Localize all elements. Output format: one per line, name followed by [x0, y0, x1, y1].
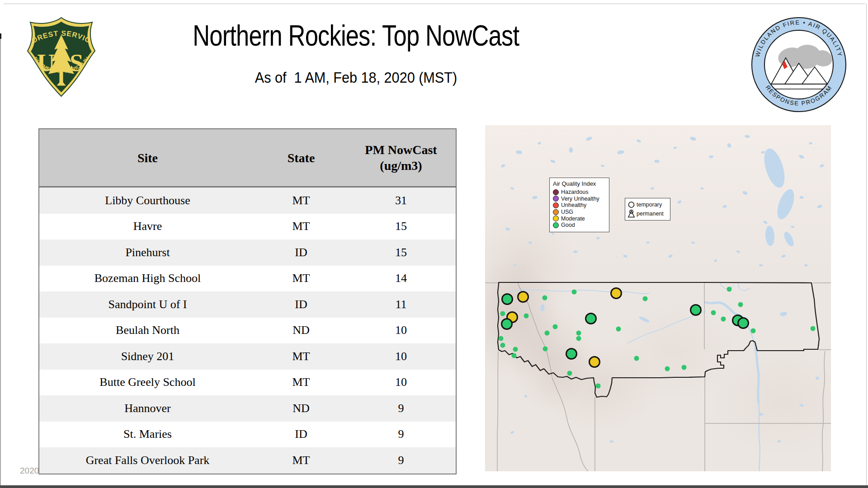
permanent-monitor-marker — [616, 327, 621, 332]
temporary-label: temporary — [637, 202, 662, 208]
cell: 11 — [346, 291, 456, 318]
cell: MT — [256, 214, 346, 240]
cell: 14 — [346, 266, 456, 292]
permanent-monitor-marker — [727, 287, 732, 292]
cell: 10 — [346, 318, 456, 344]
cell: Pinehurst — [39, 239, 256, 266]
aqi-legend-item: Good — [553, 222, 606, 229]
table-row: Butte Greely SchoolMT10 — [39, 370, 456, 396]
report-page: FOREST SERVICE U S DEPARTMENT OF AGRICUL… — [0, 0, 868, 488]
col-header-site: Site — [39, 129, 256, 187]
permanent-monitor-icon — [627, 210, 635, 218]
permanent-monitor-marker — [721, 317, 726, 322]
table-row: St. MariesID9 — [39, 422, 456, 448]
table-row: Sandpoint U of IID11 — [39, 291, 456, 318]
cell: ID — [256, 239, 346, 266]
permanent-monitor-marker — [524, 314, 529, 319]
cell: MT — [256, 370, 346, 396]
cell: 31 — [346, 187, 456, 214]
aqi-color-dot — [553, 222, 559, 228]
cell: Butte Greely School — [39, 370, 256, 396]
wfaqrp-logo: WILDLAND FIRE • AIR QUALITY RESPONSE PRO… — [750, 16, 847, 113]
table-row: Sidney 201MT10 — [39, 343, 456, 370]
permanent-monitor-marker — [596, 384, 601, 389]
permanent-monitor-marker — [572, 290, 577, 295]
temporary-monitor-marker — [690, 304, 702, 316]
aqi-label: Very Unhealthy — [561, 196, 599, 202]
left-edge-line — [0, 39, 1, 488]
aqi-label: Unhealthy — [561, 202, 586, 208]
page-title: Northern Rockies: Top NowCast — [0, 19, 712, 52]
temporary-monitor-marker — [585, 313, 597, 324]
table-row: Great Falls Overlook ParkMT9 — [39, 447, 456, 474]
window-right-edge — [866, 4, 867, 485]
temporary-monitor-marker — [566, 348, 577, 360]
permanent-monitor-marker — [499, 336, 504, 341]
cell: 15 — [346, 239, 456, 266]
cell: 15 — [346, 214, 456, 240]
permanent-monitor-marker — [682, 365, 687, 370]
cell: ID — [256, 422, 346, 448]
permanent-monitor-marker — [553, 324, 558, 329]
table-row: Libby CourthouseMT31 — [39, 187, 456, 214]
aqi-label: Moderate — [561, 216, 585, 222]
temporary-monitor-marker — [737, 317, 749, 329]
col-header-pm-nowcast: PM NowCast (ug/m3) — [346, 129, 456, 187]
cell: Great Falls Overlook Park — [39, 447, 256, 474]
page-subtitle: As of 1 AM, Feb 18, 2020 (MST) — [0, 69, 712, 86]
basemap — [485, 125, 831, 471]
cell: ID — [256, 291, 346, 318]
cell: ND — [256, 395, 346, 422]
permanent-label: permanent — [637, 211, 664, 217]
window-top-edge — [4, 4, 865, 4]
cell: Libby Courthouse — [39, 187, 256, 214]
permanent-monitor-marker — [512, 353, 517, 358]
state-borders-gray — [485, 282, 831, 471]
cell: Sidney 201 — [39, 343, 256, 370]
permanent-monitor-marker — [711, 310, 716, 315]
aqi-label: USG — [561, 209, 573, 215]
cell: 10 — [346, 343, 456, 370]
permanent-monitor-marker — [751, 328, 756, 333]
aqi-color-dot — [553, 209, 559, 215]
permanent-monitor-marker — [634, 356, 639, 361]
table-row: PinehurstID15 — [39, 239, 456, 266]
permanent-monitor-marker — [543, 347, 548, 352]
aqi-legend-item: Hazardous — [553, 189, 606, 196]
temporary-monitor-marker — [501, 293, 513, 305]
cell: ND — [256, 318, 346, 344]
aqi-label: Good — [561, 222, 575, 228]
permanent-monitor-marker — [513, 347, 518, 352]
air-quality-map: Air Quality Index HazardousVery Unhealth… — [485, 125, 831, 471]
table-row: Beulah NorthND10 — [39, 318, 456, 344]
cell: MT — [256, 343, 346, 370]
cell: Havre — [39, 214, 256, 240]
aqi-color-dot — [553, 216, 559, 221]
aqi-legend-item: Moderate — [553, 215, 606, 222]
table-row: HannoverND9 — [39, 395, 456, 422]
aqi-legend-item: Very Unhealthy — [553, 196, 606, 202]
permanent-monitor-marker — [811, 326, 816, 331]
permanent-monitor-marker — [576, 336, 581, 341]
aqi-legend: Air Quality Index HazardousVery Unhealth… — [549, 178, 609, 232]
aqi-legend-item: Unhealthy — [553, 202, 606, 209]
permanent-monitor-marker — [643, 296, 648, 301]
marker-type-legend: temporary permanent — [625, 198, 670, 221]
cell: Bozeman High School — [39, 266, 256, 292]
cell: 9 — [346, 447, 456, 474]
aqi-color-dot — [553, 202, 559, 208]
aqi-color-dot — [553, 196, 559, 202]
window-bottom-edge — [0, 485, 868, 488]
permanent-monitor-marker — [500, 311, 505, 316]
temporary-monitor-marker — [610, 287, 622, 299]
temporary-monitor-icon — [627, 201, 635, 209]
cell: MT — [256, 447, 346, 474]
cell: 10 — [346, 370, 456, 396]
permanent-monitor-marker — [738, 302, 743, 307]
temporary-monitor-marker — [501, 318, 513, 330]
aqi-legend-items: HazardousVery UnhealthyUnhealthyUSGModer… — [553, 189, 606, 229]
temporary-monitor-marker — [589, 356, 600, 368]
aqi-label: Hazardous — [561, 189, 588, 195]
col-header-state: State — [256, 129, 346, 187]
permanent-monitor-marker — [500, 343, 505, 348]
